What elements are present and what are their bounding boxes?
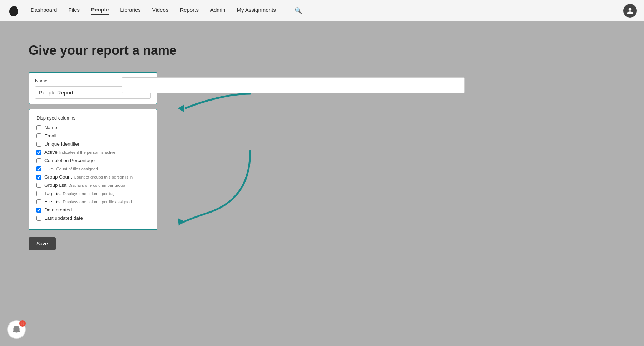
long-input-container bbox=[122, 77, 457, 93]
checkbox-label: Files bbox=[44, 166, 55, 171]
save-button[interactable]: Save bbox=[29, 237, 56, 250]
checkbox-sublabel: Displays one column per file assigned bbox=[63, 200, 132, 204]
checkbox-sublabel: Indicates if the person is active bbox=[59, 150, 115, 155]
checkbox-label: Unique Identifier bbox=[44, 141, 79, 147]
svg-marker-4 bbox=[178, 218, 184, 226]
app-logo[interactable] bbox=[7, 4, 20, 17]
notification-badge: 8 bbox=[19, 320, 26, 327]
nav-videos[interactable]: Videos bbox=[152, 7, 169, 14]
nav-files[interactable]: Files bbox=[68, 7, 80, 14]
nav-reports[interactable]: Reports bbox=[180, 7, 199, 14]
checkbox-name[interactable] bbox=[36, 125, 41, 130]
checkbox-item: Email bbox=[36, 133, 149, 138]
long-input[interactable] bbox=[122, 77, 465, 93]
nav-libraries[interactable]: Libraries bbox=[120, 7, 141, 14]
svg-point-2 bbox=[15, 6, 17, 9]
nav-admin[interactable]: Admin bbox=[210, 7, 226, 14]
nav-dashboard[interactable]: Dashboard bbox=[31, 7, 57, 14]
checkbox-active[interactable] bbox=[36, 150, 41, 155]
checkbox-item: FilesCount of files assigned bbox=[36, 166, 149, 171]
checkbox-item: Completion Percentage bbox=[36, 158, 149, 163]
checkbox-file-list[interactable] bbox=[36, 199, 41, 204]
nav-people[interactable]: People bbox=[91, 6, 109, 15]
checkbox-label: Group List bbox=[44, 182, 66, 188]
checkbox-item: Name bbox=[36, 125, 149, 130]
checkbox-group-count[interactable] bbox=[36, 175, 41, 180]
checkbox-label: Name bbox=[44, 125, 57, 130]
navbar: Dashboard Files People Libraries Videos … bbox=[0, 0, 644, 21]
checkbox-item: File ListDisplays one column per file as… bbox=[36, 199, 149, 204]
notification-widget[interactable]: 8 bbox=[7, 320, 26, 339]
checkbox-item: Unique Identifier bbox=[36, 141, 149, 147]
checkbox-label: File List bbox=[44, 199, 61, 204]
checkbox-item: Group ListDisplays one column per group bbox=[36, 182, 149, 188]
checkbox-sublabel: Count of groups this person is in bbox=[74, 175, 133, 179]
checkbox-sublabel: Displays one column per tag bbox=[63, 191, 115, 196]
checkbox-item: ActiveIndicates if the person is active bbox=[36, 150, 149, 155]
checkbox-sublabel: Displays one column per group bbox=[68, 183, 125, 187]
checkbox-label: Date created bbox=[44, 207, 72, 213]
checkbox-tag-list[interactable] bbox=[36, 191, 41, 196]
checkbox-label: Completion Percentage bbox=[44, 158, 95, 163]
checkbox-item: Last updated date bbox=[36, 215, 149, 221]
checkbox-label: Last updated date bbox=[44, 215, 83, 221]
checkbox-sublabel: Count of files assigned bbox=[56, 167, 98, 171]
checkbox-label: Email bbox=[44, 133, 56, 138]
svg-marker-3 bbox=[178, 104, 184, 112]
nav-my-assignments[interactable]: My Assignments bbox=[237, 7, 276, 14]
user-avatar[interactable] bbox=[623, 4, 637, 18]
checkbox-unique-identifier[interactable] bbox=[36, 142, 41, 147]
checkbox-item: Group CountCount of groups this person i… bbox=[36, 174, 149, 180]
nav-links: Dashboard Files People Libraries Videos … bbox=[31, 6, 637, 15]
checkbox-label: Group Count bbox=[44, 174, 72, 180]
form-area: Name Displayed columns NameEmailUnique I… bbox=[29, 72, 279, 250]
checkbox-last-updated-date[interactable] bbox=[36, 216, 41, 221]
checkbox-completion-percentage[interactable] bbox=[36, 158, 41, 163]
checkbox-label: Tag List bbox=[44, 191, 61, 196]
checkbox-files[interactable] bbox=[36, 166, 41, 171]
page-title: Give your report a name bbox=[29, 43, 615, 58]
columns-title: Displayed columns bbox=[36, 115, 149, 121]
checkbox-date-created[interactable] bbox=[36, 208, 41, 213]
checkbox-item: Date created bbox=[36, 207, 149, 213]
checkbox-group-list[interactable] bbox=[36, 183, 41, 188]
main-content: Give your report a name Name Displayed c… bbox=[0, 21, 644, 272]
checkbox-email[interactable] bbox=[36, 133, 41, 138]
checkbox-item: Tag ListDisplays one column per tag bbox=[36, 191, 149, 196]
checkboxes-list: NameEmailUnique IdentifierActiveIndicate… bbox=[36, 125, 149, 221]
columns-section: Displayed columns NameEmailUnique Identi… bbox=[29, 109, 157, 230]
search-icon[interactable]: 🔍 bbox=[294, 7, 302, 15]
checkbox-label: Active bbox=[44, 150, 58, 155]
